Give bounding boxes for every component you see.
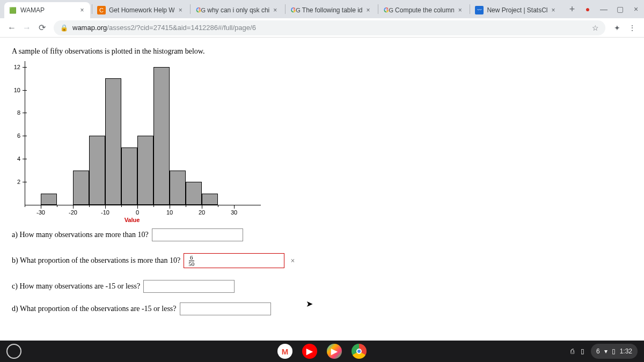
maximize-button[interactable]: ▢ <box>612 1 628 17</box>
histogram-bar <box>170 171 186 205</box>
tab-chegg[interactable]: C Get Homework Help W × <box>93 2 188 18</box>
favicon-google: G <box>195 6 204 14</box>
back-button[interactable]: ← <box>4 20 19 35</box>
histogram-chart: 24681012-30-20-100102030Value <box>9 61 255 217</box>
histogram-bar <box>105 78 121 205</box>
bookmark-icon[interactable]: ☆ <box>592 24 599 32</box>
question-b-text: b) What proportion of the observations i… <box>12 256 180 265</box>
question-intro: A sample of fifty observations is plotte… <box>12 47 632 56</box>
favicon-google: G <box>290 6 299 14</box>
answer-c-input[interactable] <box>143 280 235 293</box>
youtube-icon[interactable]: ▶ <box>302 344 317 359</box>
tab-google-1[interactable]: G why can i only qsk chi × <box>191 2 283 18</box>
histogram-bar <box>186 182 202 205</box>
url-domain: wamap.org <box>72 24 107 32</box>
fraction-denominator: 50 <box>187 261 195 267</box>
gmail-icon[interactable]: M <box>277 344 292 359</box>
battery-icon: ▯ <box>612 348 616 355</box>
close-window-button[interactable]: × <box>628 1 644 17</box>
close-icon[interactable]: × <box>272 6 279 14</box>
chrome-icon[interactable] <box>352 344 367 359</box>
tab-title: why can i only qsk chi <box>207 6 269 14</box>
question-a-text: a) How many observations are more than 1… <box>12 231 149 239</box>
browser-tabstrip: 🟩 WAMAP × C Get Homework Help W × G why … <box>0 0 644 18</box>
forward-button[interactable]: → <box>19 20 34 35</box>
tab-title: The following table id <box>302 6 362 14</box>
lock-icon: 🔒 <box>60 24 68 32</box>
phone-icon[interactable]: ▯ <box>581 348 584 355</box>
clear-icon[interactable]: × <box>290 257 295 265</box>
histogram-bar <box>153 67 170 205</box>
favicon-google: G <box>383 6 392 14</box>
avatar-icon[interactable]: ● <box>580 1 596 17</box>
chromeos-shelf: M ▶ ▶ ⎙ ▯ 6 ▾ ▯ 1:32 <box>0 341 644 362</box>
shelf-apps: M ▶ ▶ <box>277 344 367 359</box>
tab-google-2[interactable]: G The following table id × <box>286 2 376 18</box>
question-c: c) How many observations are -15 or less… <box>12 280 632 293</box>
wifi-icon: ▾ <box>604 348 608 355</box>
favicon-wamap: 🟩 <box>9 6 17 14</box>
page-content: A sample of fifty observations is plotte… <box>0 38 644 325</box>
histogram-bar <box>202 194 218 205</box>
favicon-chegg: C <box>97 6 106 14</box>
tab-wamap[interactable]: 🟩 WAMAP × <box>4 2 90 18</box>
close-icon[interactable]: × <box>177 6 184 14</box>
histogram-bar <box>41 194 57 205</box>
launcher-button[interactable] <box>6 344 21 359</box>
close-icon[interactable]: × <box>456 6 464 14</box>
minimize-button[interactable]: — <box>596 1 612 17</box>
histogram-bar <box>73 171 89 205</box>
url-path: /assess2/?cid=27415&aid=1412286#/full/pa… <box>107 24 256 32</box>
tab-title: WAMAP <box>20 6 76 14</box>
question-d: d) What proportion of the observations a… <box>12 302 632 315</box>
menu-icon[interactable]: ⋮ <box>625 20 640 35</box>
extensions-icon[interactable]: ✦ <box>610 20 625 35</box>
tab-title: Get Homework Help W <box>109 6 174 14</box>
close-icon[interactable]: × <box>364 6 372 14</box>
histogram-bar <box>121 147 137 205</box>
tab-title: Compute the column <box>395 6 454 14</box>
tab-google-3[interactable]: G Compute the column × <box>379 2 468 18</box>
answer-b-input[interactable]: 6 50 × <box>184 253 284 268</box>
tab-statscloud[interactable]: 〰 New Project | StatsCl × <box>471 2 561 18</box>
histogram-bar <box>89 136 105 205</box>
question-d-text: d) What proportion of the observations a… <box>12 305 177 313</box>
close-icon[interactable]: × <box>550 6 557 14</box>
answer-d-input[interactable] <box>180 302 271 315</box>
tab-title: New Project | StatsCl <box>487 6 547 14</box>
cast-icon[interactable]: ⎙ <box>570 348 574 355</box>
fraction-numerator: 6 <box>189 255 194 261</box>
question-a: a) How many observations are more than 1… <box>12 228 632 241</box>
notification-count: 6 <box>596 348 600 355</box>
system-tray[interactable]: ⎙ ▯ 6 ▾ ▯ 1:32 <box>570 344 638 359</box>
question-b: b) What proportion of the observations i… <box>12 253 632 268</box>
question-c-text: c) How many observations are -15 or less… <box>12 282 140 291</box>
status-pill[interactable]: 6 ▾ ▯ 1:32 <box>591 344 638 359</box>
reload-button[interactable]: ⟳ <box>34 20 49 35</box>
window-controls: ● — ▢ × <box>580 0 644 18</box>
new-tab-button[interactable]: + <box>565 2 580 17</box>
histogram-bar <box>137 136 153 205</box>
answer-a-input[interactable] <box>152 228 243 241</box>
address-bar[interactable]: 🔒 wamap.org/assess2/?cid=27415&aid=14122… <box>54 20 605 35</box>
favicon-stats: 〰 <box>475 6 484 14</box>
browser-toolbar: ← → ⟳ 🔒 wamap.org/assess2/?cid=27415&aid… <box>0 18 644 38</box>
clock: 1:32 <box>620 348 632 355</box>
play-icon[interactable]: ▶ <box>327 344 342 359</box>
x-axis-title: Value <box>9 217 255 223</box>
close-icon[interactable]: × <box>78 6 86 14</box>
